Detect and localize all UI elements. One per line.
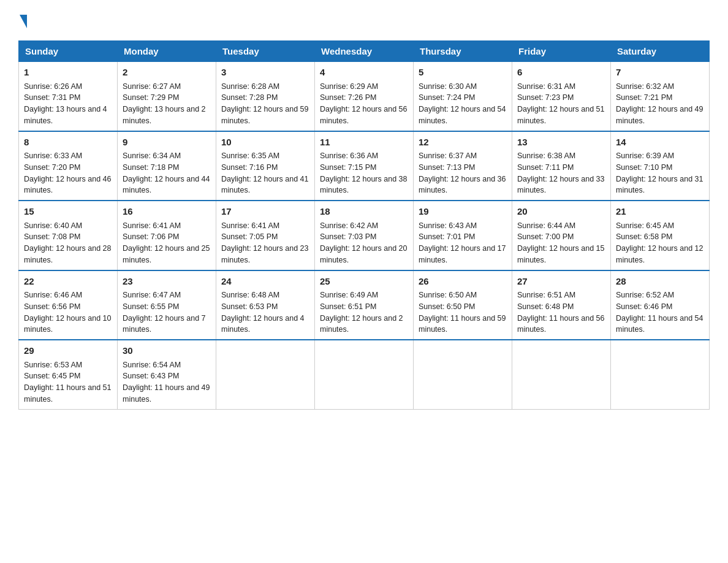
sunrise-label: Sunrise: 6:51 AM: [517, 291, 575, 299]
daylight-label: Daylight: 11 hours and 56 minutes.: [517, 314, 604, 334]
daylight-label: Daylight: 12 hours and 31 minutes.: [616, 175, 703, 195]
sunset-label: Sunset: 7:26 PM: [320, 93, 376, 102]
sunrise-label: Sunrise: 6:31 AM: [517, 82, 575, 91]
sunrise-label: Sunrise: 6:53 AM: [24, 361, 82, 369]
page-header: [18, 12, 710, 28]
sunset-label: Sunset: 7:10 PM: [616, 163, 672, 172]
daylight-label: Daylight: 12 hours and 20 minutes.: [320, 244, 407, 264]
day-number: 16: [123, 205, 211, 219]
sunrise-label: Sunrise: 6:26 AM: [24, 82, 82, 91]
calendar-cell: 20Sunrise: 6:44 AMSunset: 7:00 PMDayligh…: [512, 201, 611, 270]
calendar-cell: 19Sunrise: 6:43 AMSunset: 7:01 PMDayligh…: [414, 201, 512, 270]
day-number: 14: [616, 136, 704, 150]
sunrise-label: Sunrise: 6:28 AM: [221, 82, 279, 91]
calendar-cell: 5Sunrise: 6:30 AMSunset: 7:24 PMDaylight…: [414, 62, 512, 131]
sunset-label: Sunset: 6:55 PM: [123, 302, 179, 311]
weekday-header-wednesday: Wednesday: [315, 41, 414, 62]
day-number: 21: [616, 205, 704, 219]
day-number: 23: [123, 275, 211, 289]
day-number: 25: [320, 275, 408, 289]
sunrise-label: Sunrise: 6:41 AM: [221, 221, 279, 230]
daylight-label: Daylight: 12 hours and 49 minutes.: [616, 105, 703, 125]
calendar-cell: 24Sunrise: 6:48 AMSunset: 6:53 PMDayligh…: [216, 270, 315, 340]
calendar-cell: 11Sunrise: 6:36 AMSunset: 7:15 PMDayligh…: [315, 131, 414, 201]
calendar-cell: 25Sunrise: 6:49 AMSunset: 6:51 PMDayligh…: [315, 270, 414, 340]
week-row-5: 29Sunrise: 6:53 AMSunset: 6:45 PMDayligh…: [19, 340, 710, 409]
daylight-label: Daylight: 12 hours and 46 minutes.: [24, 175, 111, 195]
calendar-cell: 26Sunrise: 6:50 AMSunset: 6:50 PMDayligh…: [414, 270, 512, 340]
day-number: 22: [24, 275, 112, 289]
daylight-label: Daylight: 12 hours and 7 minutes.: [123, 314, 206, 334]
sunrise-label: Sunrise: 6:44 AM: [517, 221, 575, 230]
calendar-cell: 28Sunrise: 6:52 AMSunset: 6:46 PMDayligh…: [611, 270, 710, 340]
weekday-header-friday: Friday: [512, 41, 611, 62]
calendar-cell: 30Sunrise: 6:54 AMSunset: 6:43 PMDayligh…: [118, 340, 216, 409]
day-number: 8: [24, 136, 112, 150]
calendar-cell: 7Sunrise: 6:32 AMSunset: 7:21 PMDaylight…: [611, 62, 710, 131]
sunrise-label: Sunrise: 6:30 AM: [419, 82, 477, 91]
sunrise-label: Sunrise: 6:48 AM: [221, 291, 279, 299]
weekday-header-row: SundayMondayTuesdayWednesdayThursdayFrid…: [19, 41, 710, 62]
day-number: 11: [320, 136, 408, 150]
sunset-label: Sunset: 6:56 PM: [24, 302, 80, 311]
sunset-label: Sunset: 7:29 PM: [123, 93, 179, 102]
calendar-cell: 1Sunrise: 6:26 AMSunset: 7:31 PMDaylight…: [19, 62, 118, 131]
sunrise-label: Sunrise: 6:33 AM: [24, 151, 82, 160]
day-number: 2: [123, 66, 211, 80]
day-number: 18: [320, 205, 408, 219]
sunset-label: Sunset: 6:43 PM: [123, 372, 179, 380]
sunset-label: Sunset: 7:08 PM: [24, 232, 80, 241]
daylight-label: Daylight: 12 hours and 10 minutes.: [24, 314, 111, 334]
sunset-label: Sunset: 7:24 PM: [419, 93, 475, 102]
sunrise-label: Sunrise: 6:46 AM: [24, 291, 82, 299]
calendar-cell: 12Sunrise: 6:37 AMSunset: 7:13 PMDayligh…: [414, 131, 512, 201]
calendar-cell: [414, 340, 512, 409]
sunrise-label: Sunrise: 6:35 AM: [221, 151, 279, 160]
daylight-label: Daylight: 13 hours and 2 minutes.: [123, 105, 206, 125]
calendar-cell: 17Sunrise: 6:41 AMSunset: 7:05 PMDayligh…: [216, 201, 315, 270]
day-number: 3: [221, 66, 309, 80]
week-row-3: 15Sunrise: 6:40 AMSunset: 7:08 PMDayligh…: [19, 201, 710, 270]
sunrise-label: Sunrise: 6:34 AM: [123, 151, 181, 160]
daylight-label: Daylight: 12 hours and 56 minutes.: [320, 105, 407, 125]
week-row-1: 1Sunrise: 6:26 AMSunset: 7:31 PMDaylight…: [19, 62, 710, 131]
sunset-label: Sunset: 7:15 PM: [320, 163, 376, 172]
daylight-label: Daylight: 12 hours and 41 minutes.: [221, 175, 308, 195]
weekday-header-sunday: Sunday: [19, 41, 118, 62]
daylight-label: Daylight: 12 hours and 15 minutes.: [517, 244, 604, 264]
day-number: 19: [419, 205, 507, 219]
daylight-label: Daylight: 12 hours and 4 minutes.: [221, 314, 305, 334]
calendar-cell: [512, 340, 611, 409]
calendar-cell: 2Sunrise: 6:27 AMSunset: 7:29 PMDaylight…: [118, 62, 216, 131]
weekday-header-saturday: Saturday: [611, 41, 710, 62]
day-number: 17: [221, 205, 309, 219]
calendar-cell: 15Sunrise: 6:40 AMSunset: 7:08 PMDayligh…: [19, 201, 118, 270]
sunset-label: Sunset: 7:21 PM: [616, 93, 672, 102]
sunrise-label: Sunrise: 6:50 AM: [419, 291, 477, 299]
daylight-label: Daylight: 11 hours and 59 minutes.: [419, 314, 506, 334]
calendar-cell: 13Sunrise: 6:38 AMSunset: 7:11 PMDayligh…: [512, 131, 611, 201]
daylight-label: Daylight: 12 hours and 44 minutes.: [123, 175, 210, 195]
sunrise-label: Sunrise: 6:37 AM: [419, 151, 477, 160]
daylight-label: Daylight: 12 hours and 33 minutes.: [517, 175, 604, 195]
calendar-cell: 9Sunrise: 6:34 AMSunset: 7:18 PMDaylight…: [118, 131, 216, 201]
calendar-cell: [611, 340, 710, 409]
sunset-label: Sunset: 6:48 PM: [517, 302, 574, 311]
sunrise-label: Sunrise: 6:36 AM: [320, 151, 378, 160]
day-number: 30: [123, 344, 211, 358]
sunset-label: Sunset: 7:18 PM: [123, 163, 179, 172]
sunset-label: Sunset: 7:00 PM: [517, 232, 574, 241]
day-number: 9: [123, 136, 211, 150]
sunrise-label: Sunrise: 6:27 AM: [123, 82, 181, 91]
calendar-cell: [315, 340, 414, 409]
sunset-label: Sunset: 6:58 PM: [616, 232, 672, 241]
week-row-2: 8Sunrise: 6:33 AMSunset: 7:20 PMDaylight…: [19, 131, 710, 201]
daylight-label: Daylight: 12 hours and 12 minutes.: [616, 244, 703, 264]
calendar-cell: 22Sunrise: 6:46 AMSunset: 6:56 PMDayligh…: [19, 270, 118, 340]
day-number: 29: [24, 344, 112, 358]
calendar-cell: [216, 340, 315, 409]
logo: [18, 12, 27, 28]
daylight-label: Daylight: 12 hours and 54 minutes.: [419, 105, 506, 125]
calendar-cell: 4Sunrise: 6:29 AMSunset: 7:26 PMDaylight…: [315, 62, 414, 131]
sunset-label: Sunset: 6:51 PM: [320, 302, 376, 311]
